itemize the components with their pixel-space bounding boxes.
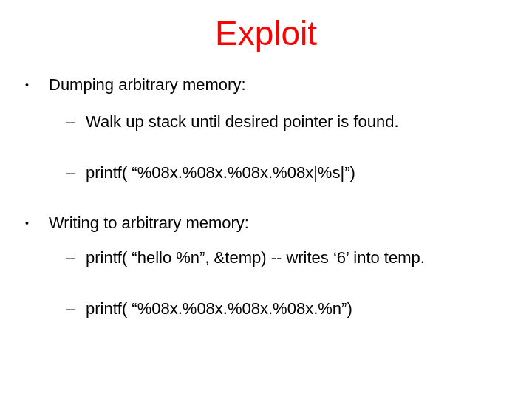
bullet-level-2: – printf( “%08x.%08x.%08x.%08x|%s|”) (22, 163, 510, 184)
bullet-level-1: • Writing to arbitrary memory: (22, 213, 510, 234)
bullet-level-2: – Walk up stack until desired pointer is… (22, 112, 510, 133)
bullet-marker-dot: • (22, 75, 44, 95)
bullet-text: Dumping arbitrary memory: (44, 75, 510, 96)
slide-title: Exploit (22, 15, 510, 52)
bullet-marker-dash: – (66, 248, 86, 269)
bullet-text: printf( “%08x.%08x.%08x.%08x|%s|”) (86, 163, 510, 184)
bullet-level-2: – printf( “hello %n”, &temp) -- writes ‘… (22, 248, 510, 269)
bullet-text: printf( “hello %n”, &temp) -- writes ‘6’… (86, 248, 510, 269)
slide-body: • Dumping arbitrary memory: – Walk up st… (22, 75, 510, 320)
bullet-marker-dot: • (22, 213, 44, 233)
bullet-marker-dash: – (66, 163, 86, 184)
bullet-text: Writing to arbitrary memory: (44, 213, 510, 234)
bullet-text: Walk up stack until desired pointer is f… (86, 112, 510, 133)
bullet-marker-dash: – (66, 112, 86, 133)
bullet-level-1: • Dumping arbitrary memory: (22, 75, 510, 96)
slide: Exploit • Dumping arbitrary memory: – Wa… (0, 0, 532, 399)
bullet-text: printf( “%08x.%08x.%08x.%08x.%n”) (86, 299, 510, 320)
bullet-level-2: – printf( “%08x.%08x.%08x.%08x.%n”) (22, 299, 510, 320)
bullet-marker-dash: – (66, 299, 86, 320)
